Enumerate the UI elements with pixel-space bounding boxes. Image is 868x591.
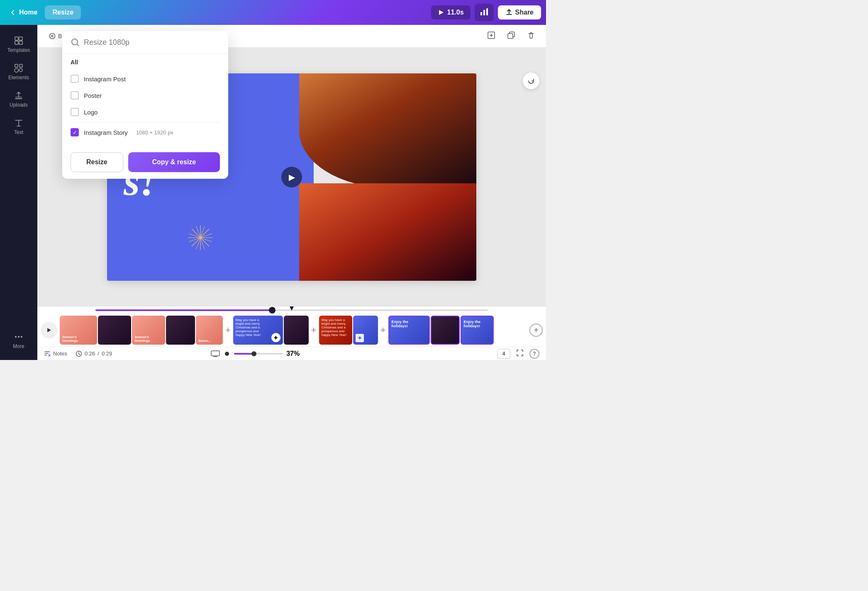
svg-point-17: [51, 35, 53, 37]
clip-12-label: Enjoy theholidays!: [464, 320, 481, 328]
clip-12-active[interactable]: Enjoy theholidays!: [461, 316, 494, 345]
resize-option-instagram-post[interactable]: Instagram Post: [71, 71, 220, 87]
time-separator: /: [98, 350, 99, 357]
copy-resize-button-action[interactable]: Copy & resize: [128, 152, 220, 172]
clip-7[interactable]: [284, 316, 309, 345]
time-display: 0:26 / 0:29: [76, 350, 112, 357]
text-icon: [14, 118, 24, 128]
zoom-slider[interactable]: [234, 353, 284, 355]
clip-3[interactable]: Season'sGreetings: [132, 316, 165, 345]
timeline: Season'sGreetings Season'sGreetings Seas…: [37, 306, 546, 360]
timeline-tracks: Season'sGreetings Season'sGreetings Seas…: [37, 314, 546, 347]
svg-rect-5: [19, 37, 22, 40]
play-overlay-button[interactable]: ▶: [281, 167, 302, 187]
clip-9[interactable]: ✦: [353, 316, 378, 345]
header-right: 11.0s Share: [431, 4, 541, 21]
refresh-icon: [527, 77, 535, 85]
timeline-bottom: Notes 0:26 / 0:29 37%: [37, 347, 546, 360]
sidebar-item-more[interactable]: More: [2, 328, 35, 353]
sidebar-item-uploads[interactable]: Uploads: [2, 86, 35, 112]
svg-point-10: [15, 68, 18, 72]
sidebar-item-elements[interactable]: Elements: [2, 59, 35, 85]
track-clips: Season'sGreetings Season'sGreetings Seas…: [60, 314, 527, 347]
resize-option-logo[interactable]: Logo: [71, 104, 220, 120]
notes-icon: [44, 350, 51, 357]
uploads-icon: [14, 90, 24, 100]
sidebar-item-templates[interactable]: Templates: [2, 32, 35, 57]
sidebar: Templates Elements Uploads Text More: [0, 25, 37, 360]
clip-3-label: Season'sGreetings: [134, 335, 150, 343]
sidebar-label-more: More: [13, 343, 24, 349]
svg-point-14: [18, 336, 20, 338]
clip-2[interactable]: [98, 316, 131, 345]
checkbox-instagram-post[interactable]: [71, 75, 79, 83]
home-button[interactable]: Home: [5, 6, 41, 19]
chevron-left-icon: [9, 9, 17, 16]
header: Home Resize 11.0s Share: [0, 0, 546, 25]
play-button[interactable]: 11.0s: [431, 5, 470, 19]
analytics-button[interactable]: [475, 4, 494, 21]
svg-rect-7: [19, 41, 22, 44]
timeline-progress-fill: [95, 309, 272, 311]
back-icon: [49, 33, 56, 39]
clip-11-active[interactable]: [431, 316, 460, 345]
delete-button[interactable]: [523, 29, 539, 44]
share-icon: [505, 9, 513, 16]
fullscreen-icon: [516, 349, 524, 357]
svg-marker-0: [439, 10, 444, 15]
clip-10-active[interactable]: Enjoy theholidays!: [388, 316, 430, 345]
bottom-right: 4 ?: [497, 348, 539, 360]
canvas-photo-top: [299, 73, 476, 187]
resize-dropdown: All Instagram Post Poster Logo Instagram…: [62, 31, 228, 179]
copy-button[interactable]: [503, 29, 519, 44]
checkbox-logo[interactable]: [71, 108, 79, 116]
clip-6-star: ✦: [271, 333, 280, 342]
svg-rect-1: [480, 12, 482, 15]
refresh-button[interactable]: [523, 73, 539, 89]
dot-indicator: [225, 352, 229, 356]
add-clip-button[interactable]: +: [529, 323, 543, 337]
sidebar-label-text: Text: [14, 129, 23, 135]
clip-5[interactable]: Seaso...: [196, 316, 223, 345]
svg-rect-19: [508, 34, 513, 39]
clock-icon: [76, 350, 82, 357]
zoom-fill: [234, 353, 254, 355]
clip-6-label: May you have abright and merryChristmas …: [236, 318, 261, 337]
resize-option-instagram-story[interactable]: Instagram Story 1080 × 1920 px: [71, 124, 220, 141]
add-segment-2[interactable]: +: [310, 325, 318, 336]
resize-button[interactable]: Resize: [45, 5, 81, 19]
fullscreen-button[interactable]: [514, 348, 525, 360]
notes-label: Notes: [53, 350, 67, 357]
toolbar-right: [483, 29, 539, 44]
checkbox-poster[interactable]: [71, 91, 79, 100]
resize-options: All Instagram Post Poster Logo Instagram…: [62, 54, 228, 146]
clip-1[interactable]: Season'sGreetings: [60, 316, 97, 345]
resize-search-area: [62, 31, 228, 54]
svg-rect-3: [486, 8, 488, 15]
resize-search-input[interactable]: [84, 38, 220, 47]
share-button[interactable]: Share: [498, 5, 541, 19]
elements-icon: [14, 63, 24, 73]
resize-button-action[interactable]: Resize: [71, 152, 123, 172]
zoom-thumb[interactable]: [251, 351, 256, 356]
add-button[interactable]: [483, 29, 500, 44]
svg-point-16: [50, 34, 55, 39]
notes-button[interactable]: Notes: [44, 350, 67, 357]
option-size-instagram-story: 1080 × 1920 px: [136, 129, 173, 136]
sidebar-item-text[interactable]: Text: [2, 114, 35, 139]
resize-actions: Resize Copy & resize: [62, 146, 228, 179]
clip-10-label: Enjoy theholidays!: [392, 320, 409, 328]
clip-4[interactable]: [166, 316, 195, 345]
svg-point-15: [21, 336, 22, 338]
clip-8[interactable]: May you have abright and merryChristmas …: [319, 316, 352, 345]
clip-1-label: Season'sGreetings: [62, 335, 78, 343]
clip-6[interactable]: May you have abright and merryChristmas …: [233, 316, 283, 345]
timeline-thumb[interactable]: [269, 307, 276, 314]
checkbox-instagram-story[interactable]: [71, 128, 79, 136]
timeline-play-button[interactable]: [41, 322, 57, 338]
add-segment-3[interactable]: +: [379, 325, 388, 336]
help-button[interactable]: ?: [529, 349, 539, 359]
add-segment-1[interactable]: +: [224, 325, 232, 336]
resize-option-poster[interactable]: Poster: [71, 87, 220, 104]
timeline-play-icon: [46, 327, 52, 333]
